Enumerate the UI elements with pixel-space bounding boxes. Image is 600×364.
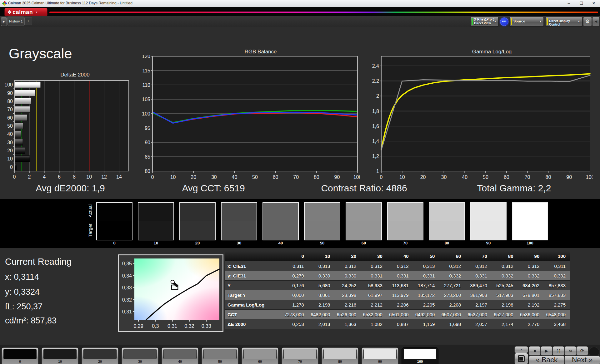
next-label: Next [572, 356, 587, 364]
svg-text:100: 100 [142, 111, 150, 116]
table-column-header: 40 [387, 253, 413, 259]
back-button[interactable]: « Back [529, 356, 564, 364]
calman-wordmark: calman [12, 9, 33, 16]
table-cell: 0,887 [387, 322, 413, 327]
swatch-level-label: 100 [512, 241, 548, 245]
table-cell: 0,332 [492, 273, 518, 278]
spectrum-bar [49, 12, 598, 13]
patch-button-60[interactable]: 60 [242, 347, 278, 364]
cie-chromaticity-panel: 0,350,340,330,320,310,290,30,310,320,33 [118, 254, 223, 332]
stop-icon[interactable]: ■ [529, 346, 541, 356]
gear-icon[interactable]: ⚙ [583, 17, 592, 27]
collapse-panel-icon[interactable]: ◀ [592, 17, 600, 27]
grayscale-swatch [470, 202, 507, 240]
svg-text:0: 0 [151, 175, 154, 180]
svg-text:8: 8 [73, 174, 76, 180]
window-title: Calman 2025 Calman Ultimate for Business… [8, 1, 132, 5]
next-button[interactable]: Next » [564, 356, 600, 364]
table-cell: 0,312 [334, 263, 361, 269]
swatch-target-half [346, 221, 381, 240]
refresh-icon[interactable]: ⟳ [576, 346, 588, 356]
history-run-icon[interactable]: ▶ [1, 17, 7, 26]
patch-swatch [283, 349, 317, 359]
tab-history-1[interactable]: History 1 [7, 17, 25, 26]
table-cell: 6536,000 [518, 312, 544, 317]
patch-label: 100 [402, 360, 438, 363]
source-dropdown[interactable]: Source ▼ [510, 17, 544, 27]
svg-text:0,3: 0,3 [152, 323, 159, 329]
table-cell: 273,260 [439, 293, 465, 298]
swatch-actual-half [263, 203, 298, 221]
table-cell: 684,202 [518, 283, 544, 288]
meter-mode: Direct View [474, 22, 491, 25]
display-control-dropdown[interactable]: Direct Display Control ▼ [545, 17, 582, 27]
display-label: Direct Display Control [549, 19, 582, 26]
svg-text:80: 80 [145, 169, 150, 174]
table-cell: 1,159 [413, 322, 439, 327]
table-cell: 2,216 [334, 302, 361, 307]
single-measure-icon[interactable]: [·] [552, 346, 564, 356]
patch-button-100[interactable]: 100 [402, 347, 438, 364]
table-cell: 857,833 [544, 293, 570, 298]
table-row-label: CCT [225, 312, 282, 317]
close-icon[interactable]: ✕ [588, 0, 600, 7]
window-shade-up-icon[interactable]: ▲ [514, 346, 528, 353]
patch-button-90[interactable]: 90 [362, 347, 398, 364]
svg-text:0,32: 0,32 [122, 297, 132, 303]
patch-button-0[interactable]: 0 [2, 347, 38, 364]
patch-button-80[interactable]: 80 [322, 347, 358, 364]
svg-text:70: 70 [7, 107, 13, 112]
patch-label: 90 [362, 360, 398, 363]
patch-window-icon[interactable] [514, 353, 528, 364]
svg-text:1: 1 [376, 169, 379, 174]
minimize-icon[interactable]: – [562, 0, 575, 7]
table-cell: 2,770 [518, 322, 544, 327]
table-cell: 0,313 [308, 263, 335, 269]
continuous-measure-icon[interactable]: ∞ [564, 346, 576, 356]
deltae-chart-title: DeltaE 2000 [5, 72, 138, 78]
add-tab-button[interactable]: + [25, 17, 32, 25]
svg-text:0,32: 0,32 [184, 323, 194, 329]
calman-menu-button[interactable]: ❖ calman ▼ [4, 8, 48, 17]
table-row: CCT7273,0006482,0006526,0006532,0006501,… [225, 309, 570, 319]
table-column-header: 30 [361, 253, 387, 259]
maximize-icon[interactable]: ☐ [575, 0, 588, 7]
patch-swatch [363, 349, 397, 359]
source-status-stripe [511, 18, 512, 25]
svg-text:0,33: 0,33 [202, 323, 211, 329]
swatch-target-half [512, 221, 548, 240]
svg-text:10: 10 [170, 175, 176, 180]
swatch-target-half [429, 221, 464, 240]
patch-button-10[interactable]: 10 [42, 347, 78, 364]
svg-text:1,2: 1,2 [372, 154, 379, 159]
table-cell: 2,198 [492, 302, 518, 307]
swatch-level-label: 20 [179, 241, 216, 245]
cie-overlay: 0,350,340,330,320,310,290,30,310,320,33 [119, 255, 222, 331]
svg-text:1,4: 1,4 [372, 139, 379, 144]
table-cell: 0,331 [387, 273, 413, 278]
table-cell: 1,278 [282, 302, 308, 307]
patch-button-50[interactable]: 50 [202, 347, 238, 364]
meter-dropdown[interactable]: X-Rite i1Pro 3 Direct View ▼ [470, 17, 498, 27]
play-icon[interactable]: ▶ [541, 346, 552, 356]
svg-text:90: 90 [566, 175, 572, 180]
patch-button-20[interactable]: 20 [82, 347, 118, 364]
swatch-actual-half [180, 203, 215, 221]
patch-swatch [323, 349, 357, 359]
patch-button-40[interactable]: 40 [162, 347, 198, 364]
table-cell: 0,312 [439, 263, 465, 269]
svg-text:1,6: 1,6 [372, 124, 379, 129]
grayscale-swatch [387, 202, 423, 240]
grayscale-swatch [512, 202, 548, 240]
grayscale-swatch [429, 202, 465, 240]
table-cell: 58,933 [361, 283, 387, 288]
patch-button-30[interactable]: 30 [122, 347, 158, 364]
svg-text:110: 110 [142, 82, 150, 88]
patch-label: 30 [122, 360, 158, 363]
table-cell: 2,174 [492, 322, 518, 327]
patch-button-70[interactable]: 70 [282, 347, 318, 364]
svg-text:50: 50 [483, 175, 488, 180]
patch-label: 80 [322, 360, 358, 363]
table-cell: 0,330 [334, 273, 361, 278]
svg-text:10: 10 [86, 174, 92, 180]
